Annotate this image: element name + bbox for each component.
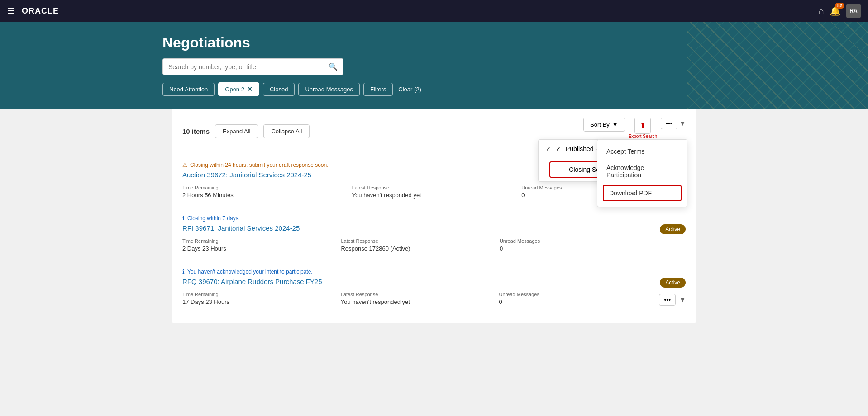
items-count: 10 items: [182, 128, 210, 135]
filter-need-attention[interactable]: Need Attention: [162, 83, 215, 96]
hamburger-menu[interactable]: ☰: [7, 6, 14, 16]
neg-actions-dots-button[interactable]: •••: [659, 294, 676, 306]
actions-dots-button[interactable]: •••: [661, 118, 677, 129]
unread-label: Unread Messages: [500, 238, 653, 244]
filter-row: Need Attention Open 2 ✕ Closed Unread Me…: [162, 82, 706, 96]
notification-badge: 82: [835, 3, 844, 9]
info-icon: ℹ: [182, 215, 185, 222]
neg-details: Time Remaining 17 Days 23 Hours Latest R…: [182, 292, 652, 305]
content-card: 10 items Expand All Collapse All Sort By…: [172, 109, 696, 323]
search-input[interactable]: [168, 63, 325, 71]
neg-details: Time Remaining 2 Days 23 Hours Latest Re…: [182, 238, 653, 252]
latest-response-value: Response 172860 (Active): [341, 245, 494, 252]
negotiation-item: ℹ You haven't acknowledged your intent t…: [182, 260, 686, 314]
warning-icon: ⚠: [182, 162, 187, 168]
latest-response-label: Latest Response: [352, 185, 516, 190]
neg-item-actions: ••• ▼: [659, 294, 686, 306]
neg-item-header: RFI 39671: Janitorial Services 2024-25 T…: [182, 224, 686, 252]
toolbar-left: 10 items Expand All Collapse All: [182, 124, 310, 138]
time-remaining-label: Time Remaining: [182, 185, 347, 190]
time-remaining-value: 17 Days 23 Hours: [182, 298, 335, 305]
time-remaining-value: 2 Hours 56 Minutes: [182, 192, 347, 199]
sort-by-label: Sort By: [590, 121, 610, 128]
neg-alert-info: ℹ You haven't acknowledged your intent t…: [182, 269, 686, 275]
status-badge: Active: [660, 224, 686, 234]
time-remaining-label: Time Remaining: [182, 292, 335, 297]
main-content: 10 items Expand All Collapse All Sort By…: [162, 109, 706, 341]
info-icon: ℹ: [182, 269, 185, 275]
action-accept-terms[interactable]: Accept Terms: [597, 143, 687, 160]
action-acknowledge[interactable]: Acknowledge Participation: [597, 160, 687, 183]
download-icon[interactable]: ⬆: [634, 118, 651, 134]
latest-response-field: Latest Response Response 172860 (Active): [341, 238, 494, 252]
action-download-pdf[interactable]: Download PDF: [603, 185, 682, 201]
latest-response-field: Latest Response You haven't responded ye…: [352, 185, 516, 199]
latest-response-label: Latest Response: [341, 238, 494, 244]
top-navigation: ☰ ORACLE ⌂ 🔔 82 RA: [0, 0, 868, 22]
sort-by-button[interactable]: Sort By ▼: [583, 118, 625, 132]
neg-expand-chevron-icon[interactable]: ▼: [679, 296, 686, 303]
latest-response-value: You haven't responded yet: [341, 298, 494, 305]
search-bar: 🔍: [162, 58, 343, 75]
home-icon[interactable]: ⌂: [819, 6, 824, 16]
unread-value: 0: [500, 245, 653, 252]
time-remaining-field: Time Remaining 17 Days 23 Hours: [182, 292, 335, 305]
download-arrow-icon: ⬆: [639, 121, 646, 131]
latest-response-label: Latest Response: [341, 292, 494, 297]
nav-right: ⌂ 🔔 82 RA: [819, 4, 861, 18]
unread-messages-field: Unread Messages 0: [500, 238, 653, 252]
unread-label: Unread Messages: [499, 292, 652, 297]
nav-left: ☰ ORACLE: [7, 6, 59, 16]
checkmark-icon: ✓: [556, 145, 561, 152]
search-icon[interactable]: 🔍: [329, 62, 338, 71]
neg-item-content: RFI 39671: Janitorial Services 2024-25 T…: [182, 224, 653, 252]
hero-section: Negotiations 🔍 Need Attention Open 2 ✕ C…: [0, 22, 868, 109]
neg-item-content: RFQ 39670: Airplane Rudders Purchase FY2…: [182, 278, 652, 305]
latest-response-value: You haven't responded yet: [352, 192, 516, 199]
page-title: Negotiations: [162, 34, 706, 51]
sort-chevron-icon: ▼: [612, 121, 618, 128]
filter-closed[interactable]: Closed: [263, 83, 295, 96]
collapse-all-button[interactable]: Collapse All: [263, 124, 310, 138]
neg-alert-info: ℹ Closing within 7 days.: [182, 215, 686, 222]
alert-text: Closing within 7 days.: [187, 215, 240, 222]
neg-title[interactable]: RFQ 39670: Airplane Rudders Purchase FY2…: [182, 278, 652, 285]
alert-text: You haven't acknowledged your intent to …: [187, 269, 313, 275]
neg-title[interactable]: RFI 39671: Janitorial Services 2024-25: [182, 224, 653, 232]
expand-chevron-icon[interactable]: ▼: [679, 120, 686, 127]
oracle-logo: ORACLE: [22, 6, 59, 16]
notifications-icon[interactable]: 🔔 82: [830, 5, 841, 16]
time-remaining-field: Time Remaining 2 Hours 56 Minutes: [182, 185, 347, 199]
neg-item-header: RFQ 39670: Airplane Rudders Purchase FY2…: [182, 278, 686, 306]
filter-unread[interactable]: Unread Messages: [298, 83, 360, 96]
close-open-filter-icon[interactable]: ✕: [247, 85, 253, 93]
user-avatar[interactable]: RA: [846, 4, 861, 18]
negotiation-item: ℹ Closing within 7 days. RFI 39671: Jani…: [182, 207, 686, 260]
unread-messages-field: Unread Messages 0: [499, 292, 652, 305]
expand-all-button[interactable]: Expand All: [215, 124, 258, 138]
time-remaining-value: 2 Days 23 Hours: [182, 245, 335, 252]
alert-text: Closing within 24 hours, submit your dra…: [190, 162, 329, 168]
time-remaining-field: Time Remaining 2 Days 23 Hours: [182, 238, 335, 252]
unread-value: 0: [499, 298, 652, 305]
filter-filters[interactable]: Filters: [363, 83, 393, 96]
status-badge: Active: [660, 278, 686, 288]
actions-dropdown: Accept Terms Acknowledge Participation D…: [597, 139, 687, 207]
time-remaining-label: Time Remaining: [182, 238, 335, 244]
filter-open[interactable]: Open 2 ✕: [218, 82, 259, 96]
latest-response-field: Latest Response You haven't responded ye…: [341, 292, 494, 305]
clear-filters-button[interactable]: Clear (2): [396, 83, 423, 95]
